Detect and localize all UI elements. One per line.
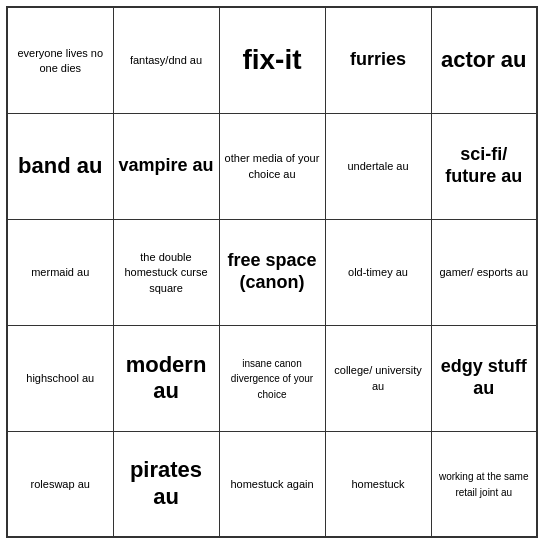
cell-text-2-4: gamer/ esports au (439, 266, 528, 278)
cell-3-4: edgy stuff au (431, 325, 537, 431)
cell-text-4-3: homestuck (351, 478, 404, 490)
cell-4-2: homestuck again (219, 431, 325, 537)
cell-text-4-1: pirates au (130, 457, 202, 508)
cell-text-0-2: fix-it (242, 44, 301, 75)
cell-text-3-4: edgy stuff au (441, 356, 527, 398)
cell-3-1: modern au (113, 325, 219, 431)
cell-3-2: insane canon divergence of your choice (219, 325, 325, 431)
cell-2-0: mermaid au (7, 219, 113, 325)
cell-text-3-3: college/ university au (334, 364, 421, 392)
cell-4-3: homestuck (325, 431, 431, 537)
cell-text-0-4: actor au (441, 47, 527, 72)
cell-text-3-0: highschool au (26, 372, 94, 384)
cell-text-1-2: other media of your choice au (225, 152, 320, 180)
cell-text-2-1: the double homestuck curse square (124, 251, 207, 294)
cell-4-1: pirates au (113, 431, 219, 537)
cell-1-4: sci-fi/ future au (431, 113, 537, 219)
cell-text-2-2: free space (canon) (227, 250, 316, 292)
cell-2-1: the double homestuck curse square (113, 219, 219, 325)
cell-3-0: highschool au (7, 325, 113, 431)
cell-text-0-0: everyone lives no one dies (17, 47, 103, 75)
cell-text-1-4: sci-fi/ future au (445, 144, 522, 186)
cell-4-0: roleswap au (7, 431, 113, 537)
cell-text-2-3: old-timey au (348, 266, 408, 278)
cell-text-4-2: homestuck again (230, 478, 313, 490)
cell-text-0-3: furries (350, 49, 406, 69)
cell-text-3-1: modern au (126, 352, 207, 403)
cell-text-1-0: band au (18, 153, 102, 178)
cell-2-4: gamer/ esports au (431, 219, 537, 325)
cell-0-3: furries (325, 7, 431, 113)
cell-text-3-2: insane canon divergence of your choice (231, 358, 313, 400)
cell-text-0-1: fantasy/dnd au (130, 54, 202, 66)
cell-1-2: other media of your choice au (219, 113, 325, 219)
cell-text-2-0: mermaid au (31, 266, 89, 278)
cell-text-4-4: working at the same retail joint au (439, 471, 529, 498)
cell-2-3: old-timey au (325, 219, 431, 325)
cell-1-3: undertale au (325, 113, 431, 219)
cell-0-0: everyone lives no one dies (7, 7, 113, 113)
cell-0-2: fix-it (219, 7, 325, 113)
cell-2-2: free space (canon) (219, 219, 325, 325)
cell-3-3: college/ university au (325, 325, 431, 431)
bingo-board: everyone lives no one diesfantasy/dnd au… (6, 6, 538, 538)
cell-1-0: band au (7, 113, 113, 219)
cell-0-1: fantasy/dnd au (113, 7, 219, 113)
cell-text-4-0: roleswap au (31, 478, 90, 490)
cell-text-1-3: undertale au (347, 160, 408, 172)
cell-text-1-1: vampire au (118, 155, 213, 175)
cell-1-1: vampire au (113, 113, 219, 219)
cell-4-4: working at the same retail joint au (431, 431, 537, 537)
cell-0-4: actor au (431, 7, 537, 113)
